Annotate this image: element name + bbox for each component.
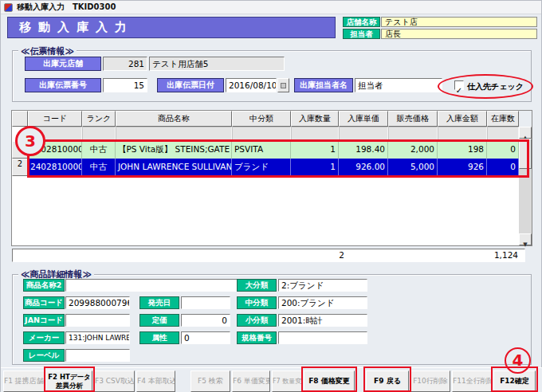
- header-sale-price[interactable]: 販売価格: [388, 111, 438, 127]
- table-row-2-selected[interactable]: 2 240281000079 中古 JOHN LAWRENCE SULLIVAN…: [12, 159, 519, 176]
- product-code-label: 商品コード: [23, 296, 65, 309]
- fkey-f2-ht-data-diff[interactable]: F2 HTデータ差異分析: [46, 370, 92, 392]
- fkey-f7-qty-change: F7 数量変更: [272, 370, 302, 392]
- staff-field[interactable]: 店長: [381, 29, 537, 39]
- check-icon: ✓: [456, 86, 462, 95]
- source-store-name-field[interactable]: テスト用店舗5: [149, 57, 285, 71]
- source-store-label: 出庫元店舗: [25, 57, 101, 71]
- header-category[interactable]: 中分類: [232, 111, 291, 127]
- grid-header-row: コード ランク 商品名称 中分類 入庫数量 入庫単価 販売価格 入庫金額 在庫数: [12, 111, 532, 127]
- cell-qty: 1: [291, 141, 339, 159]
- cell-stock: 0: [487, 141, 519, 159]
- table-row-1[interactable]: 1 240281000093 中古 【PS Vita版】 STEINS;GATE…: [12, 141, 519, 159]
- release-date-field[interactable]: [181, 296, 230, 309]
- fkey-f11-delete-all-rows: F11全行削除: [452, 370, 492, 392]
- page-title: 移動入庫入力: [7, 17, 336, 38]
- fkey-f9-back[interactable]: F9 戻る: [366, 370, 409, 392]
- grid-blank-row: [12, 127, 519, 141]
- minor-category-field[interactable]: 2001:時計: [278, 314, 367, 327]
- maker-field[interactable]: 131:JOHN LAWRE...: [65, 331, 130, 344]
- name2-label: 商品名称2: [23, 279, 65, 292]
- standard-number-label: 規格番号: [237, 331, 277, 344]
- major-category-label: 大分類: [237, 279, 277, 292]
- scroll-down-button[interactable]: ▼: [519, 233, 532, 245]
- vertical-scrollbar[interactable]: ▲ ▼: [519, 127, 532, 245]
- cell-amount: 198: [438, 141, 487, 159]
- totals-bar: 2 1,124: [12, 249, 525, 262]
- header-rownum: [12, 111, 28, 127]
- cell-category: PSVITA: [232, 141, 291, 159]
- date-picker-button[interactable]: [277, 78, 289, 92]
- slip-number-field[interactable]: 15: [103, 78, 147, 92]
- cell-category: ブランド: [232, 159, 291, 176]
- store-name-field[interactable]: テスト店: [381, 17, 537, 27]
- cell-sale-price: 2,000: [388, 141, 438, 159]
- middle-category-field[interactable]: 200:ブランド: [278, 296, 367, 309]
- fkey-f5-search: F5 検索: [190, 370, 230, 392]
- cell-unit-price: 926.00: [339, 159, 388, 176]
- cell-name: 【PS Vita版】 STEINS;GATE 0...: [116, 141, 232, 159]
- header-qty[interactable]: 入庫数量: [291, 111, 339, 127]
- cell-stock: 0: [487, 159, 519, 176]
- slip-date-field[interactable]: 2016/08/10: [226, 78, 277, 92]
- list-price-field[interactable]: 0: [181, 314, 230, 327]
- standard-number-field[interactable]: [278, 331, 367, 344]
- window-title: 移動入庫入力 TKID0300: [17, 2, 116, 13]
- cell-code: 240281000079: [28, 159, 82, 176]
- header-rank[interactable]: ランク: [82, 111, 116, 127]
- app-window: 移動入庫入力 TKID0300 移動入庫入力 店舗名称 テスト店 担当者 店長 …: [0, 0, 542, 392]
- scroll-up-button[interactable]: ▲: [519, 127, 532, 139]
- jan-code-field[interactable]: [65, 314, 130, 327]
- fkey-f8-price-change[interactable]: F8 価格変更: [304, 370, 355, 392]
- cell-rownum: 2: [12, 159, 28, 176]
- header-code[interactable]: コード: [28, 111, 82, 127]
- total-quantity: 2: [308, 249, 344, 261]
- minor-category-label: 小分類: [237, 314, 277, 327]
- jan-code-label: JANコード: [23, 314, 65, 327]
- supplier-check-label: 仕入先チェック: [467, 81, 524, 92]
- header-name[interactable]: 商品名称: [116, 111, 232, 127]
- list-price-label: 定価: [139, 314, 179, 327]
- fkey-f12-confirm[interactable]: F12確定: [493, 370, 536, 392]
- major-category-field[interactable]: 2:ブランド: [278, 279, 367, 292]
- cell-qty: 1: [291, 159, 339, 176]
- slip-info-title: ≪伝票情報≫: [18, 45, 77, 57]
- attribute-field[interactable]: 0: [181, 331, 230, 344]
- date-picker-icon: [281, 83, 286, 88]
- cell-code: 240281000093: [28, 141, 82, 159]
- cell-rownum: 1: [12, 141, 28, 159]
- cell-name: JOHN LAWRENCE SULLIVAN/時計: [116, 159, 232, 176]
- middle-category-label: 中分類: [237, 296, 277, 309]
- header-stock[interactable]: 在庫数: [487, 111, 519, 127]
- scrollbar-thumb[interactable]: [519, 139, 532, 169]
- header-unit-price[interactable]: 入庫単価: [339, 111, 388, 127]
- staff-label: 担当者: [343, 29, 380, 39]
- record-field[interactable]: [65, 349, 130, 362]
- slip-number-label: 出庫伝票番号: [25, 78, 101, 92]
- fkey-f3-csv-import: F3 CSV取込: [94, 370, 135, 392]
- header-amount[interactable]: 入庫金額: [438, 111, 487, 127]
- record-label: レーベル: [23, 349, 65, 362]
- items-grid: コード ランク 商品名称 中分類 入庫数量 入庫単価 販売価格 入庫金額 在庫数…: [11, 110, 532, 246]
- fkey-f6-unit-price-change: F6 単価変更: [232, 370, 270, 392]
- cell-sale-price: 5,000: [388, 159, 438, 176]
- store-name-label: 店舗名称: [343, 17, 380, 27]
- fkey-f4-hq-import: F4 本部取込: [136, 370, 175, 392]
- supplier-check-checkbox[interactable]: ✓: [454, 80, 464, 90]
- cell-rank: 中古: [82, 141, 116, 159]
- total-amount: 1,124: [470, 249, 518, 261]
- attribute-label: 属性: [139, 331, 179, 344]
- scroll-down-icon: ▼: [523, 241, 527, 248]
- fkey-f10-delete-row: F10行削除: [410, 370, 450, 392]
- app-icon: [4, 3, 13, 12]
- product-code-field[interactable]: 209988000796: [65, 296, 130, 309]
- shipping-staff-label: 出庫担当者名: [294, 78, 353, 92]
- window-titlebar: 移動入庫入力 TKID0300: [1, 1, 541, 14]
- cell-unit-price: 198.40: [339, 141, 388, 159]
- cell-amount: 926: [438, 159, 487, 176]
- source-store-code-field[interactable]: 281: [103, 57, 147, 71]
- fkey-f1-partner-store: F1 提携店舗: [3, 370, 45, 392]
- slip-date-label: 出庫伝票日付: [157, 78, 224, 92]
- function-key-bar: F1 提携店舗 F2 HTデータ差異分析 F3 CSV取込 F4 本部取込 F5…: [1, 367, 542, 392]
- shipping-staff-field[interactable]: 担当者: [355, 78, 442, 92]
